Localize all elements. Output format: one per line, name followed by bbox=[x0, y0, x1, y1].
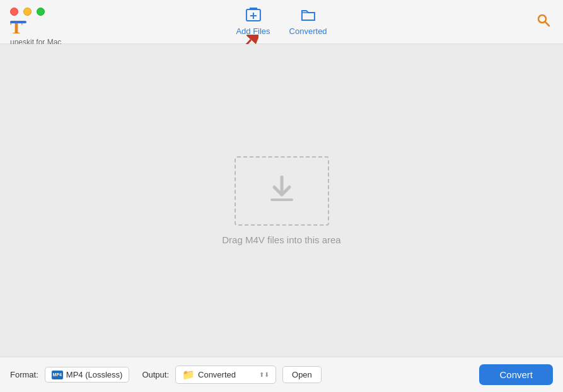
add-files-label: Add Files bbox=[236, 26, 270, 36]
traffic-lights bbox=[10, 8, 45, 16]
main-content: Drag M4V files into this area bbox=[0, 44, 563, 357]
maximize-button[interactable] bbox=[37, 8, 45, 16]
svg-line-5 bbox=[545, 21, 550, 26]
mp4-icon: MP4 bbox=[52, 371, 63, 379]
toolbar: Add Files Converted bbox=[236, 6, 327, 36]
converted-button[interactable]: Converted bbox=[289, 6, 327, 36]
folder-icon: 📁 bbox=[182, 369, 195, 381]
drop-arrow-icon bbox=[267, 173, 297, 208]
open-button[interactable]: Open bbox=[282, 366, 322, 383]
minimize-button[interactable] bbox=[23, 8, 32, 16]
output-value: Converted bbox=[198, 370, 236, 379]
drag-label: Drag M4V files into this area bbox=[222, 234, 340, 245]
format-value: MP4 (Lossless) bbox=[66, 370, 123, 379]
chevron-down-icon: ⬆⬇ bbox=[259, 371, 269, 378]
app-logo: T uneskit for Mac bbox=[10, 18, 61, 47]
format-selector[interactable]: MP4 MP4 (Lossless) bbox=[45, 367, 130, 383]
output-selector[interactable]: 📁 Converted ⬆⬇ bbox=[175, 366, 276, 384]
bottom-bar: Format: MP4 MP4 (Lossless) Output: 📁 Con… bbox=[0, 357, 563, 392]
format-label: Format: bbox=[10, 370, 38, 379]
add-files-icon bbox=[245, 6, 262, 24]
convert-button[interactable]: Convert bbox=[479, 364, 553, 385]
search-icon[interactable] bbox=[537, 13, 550, 31]
drop-zone[interactable] bbox=[235, 156, 329, 226]
converted-icon bbox=[299, 6, 317, 24]
close-button[interactable] bbox=[10, 8, 18, 16]
logo-accent-bar bbox=[10, 21, 26, 23]
add-files-button[interactable]: Add Files bbox=[236, 6, 270, 36]
logo-t-letter: T bbox=[10, 16, 23, 37]
output-label: Output: bbox=[142, 370, 169, 379]
converted-label: Converted bbox=[289, 26, 327, 36]
titlebar: T uneskit for Mac Add Files Converted bbox=[0, 0, 563, 44]
